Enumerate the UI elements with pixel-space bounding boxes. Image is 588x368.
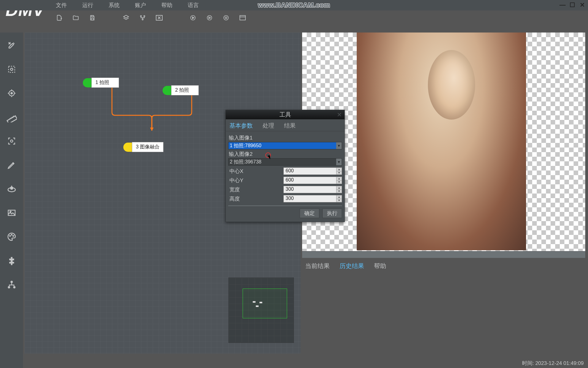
input-image2-combo[interactable]: 2 拍照:396738 ▼ (228, 158, 342, 166)
new-file-icon[interactable] (55, 14, 63, 22)
dialog-tabs: 基本参数 处理 结果 (226, 119, 344, 131)
spinner-buttons[interactable]: ▲▼ (336, 186, 342, 193)
open-folder-icon[interactable] (72, 14, 80, 22)
spin-value: 300 (286, 186, 294, 192)
width-input[interactable]: 300 ▲▼ (283, 186, 342, 193)
minimap-node-icon (256, 305, 259, 307)
exec-button[interactable]: 执行 (322, 209, 342, 218)
menu-file[interactable]: 文件 (56, 2, 67, 9)
tab-process[interactable]: 处理 (263, 122, 274, 130)
spinner-buttons[interactable]: ▲▼ (336, 195, 342, 202)
dialog-title: 工具 (279, 111, 291, 119)
svg-point-18 (10, 187, 13, 189)
node-capture-1[interactable]: 1 拍照 (83, 78, 119, 88)
menu-account[interactable]: 账户 (135, 2, 146, 9)
spinner-buttons[interactable]: ▲▼ (336, 168, 342, 174)
locate-icon[interactable] (6, 183, 17, 194)
tab-help[interactable]: 帮助 (374, 262, 386, 270)
center-y-label: 中心Y (228, 177, 283, 184)
svg-point-20 (10, 211, 11, 212)
window-close-button[interactable]: ✕ (579, 1, 586, 9)
dialog-body: 输入图像1 1 拍照:789650 ▼ 输入图像2 2 拍照:396738 ▼ … (226, 131, 344, 206)
node-port-icon (123, 143, 133, 152)
svg-point-25 (8, 286, 10, 289)
save-icon[interactable] (88, 14, 96, 22)
target-icon[interactable] (6, 88, 17, 99)
node-label: 3 图像融合 (132, 142, 163, 152)
recorder-watermark: www.BANDICAM.com (258, 1, 330, 9)
minimap-viewport[interactable] (243, 289, 287, 318)
spinner-buttons[interactable]: ▲▼ (336, 177, 342, 184)
center-x-input[interactable]: 600 ▲▼ (283, 167, 342, 175)
horizontal-scrollbar[interactable] (302, 251, 585, 258)
ok-button[interactable]: 确定 (300, 209, 319, 218)
svg-point-23 (13, 236, 14, 236)
crop-icon[interactable] (6, 64, 17, 75)
svg-point-26 (13, 286, 16, 289)
svg-point-24 (10, 281, 13, 283)
minimap-node-icon (259, 302, 262, 303)
palette-icon[interactable] (6, 231, 17, 242)
node-label: 2 拍照 (171, 85, 199, 95)
ruler-icon[interactable] (6, 112, 17, 123)
hierarchy-icon[interactable] (6, 279, 17, 290)
height-label: 高度 (228, 195, 283, 202)
layers-icon[interactable] (122, 14, 130, 22)
play-icon[interactable] (189, 14, 197, 22)
combo-value: 2 拍照:396738 (230, 159, 261, 164)
svg-rect-11 (9, 66, 15, 72)
svg-rect-0 (91, 15, 94, 17)
svg-point-7 (207, 15, 212, 20)
input-image1-combo[interactable]: 1 拍照:789650 ▼ (228, 142, 342, 149)
stop-icon[interactable] (222, 14, 230, 22)
tab-current-result[interactable]: 当前结果 (305, 262, 330, 270)
svg-point-4 (142, 19, 143, 20)
window-icon[interactable] (239, 14, 247, 22)
tab-history-result[interactable]: 历史结果 (340, 262, 364, 270)
plugin-icon[interactable] (6, 255, 17, 266)
window-minimize-button[interactable]: — (559, 1, 566, 9)
menu-help[interactable]: 帮助 (161, 2, 172, 9)
menu-run[interactable]: 运行 (82, 2, 93, 9)
image-icon[interactable] (6, 207, 17, 218)
window-maximize-button[interactable]: ☐ (569, 1, 576, 9)
center-y-input[interactable]: 600 ▲▼ (283, 177, 342, 184)
spin-value: 300 (286, 196, 294, 201)
svg-point-14 (11, 93, 12, 94)
svg-point-16 (10, 140, 13, 142)
node-image-merge[interactable]: 3 图像融合 (123, 142, 163, 152)
spin-value: 600 (286, 177, 294, 182)
tab-result[interactable]: 结果 (284, 122, 296, 130)
results-tab-bar: 当前结果 历史结果 帮助 (302, 260, 386, 272)
spin-value: 600 (286, 168, 294, 173)
chevron-down-icon[interactable]: ▼ (336, 159, 342, 165)
minimap[interactable] (229, 278, 294, 343)
variable-icon[interactable] (155, 14, 163, 22)
width-label: 宽度 (228, 186, 283, 193)
chevron-down-icon[interactable]: ▼ (336, 142, 342, 149)
tab-basic-params[interactable]: 基本参数 (229, 122, 253, 130)
tool-sidebar (0, 33, 23, 368)
dialog-close-button[interactable]: ✕ (337, 111, 342, 118)
svg-rect-1 (91, 18, 94, 20)
input-image2-label: 输入图像2 (229, 151, 341, 158)
focus-icon[interactable] (6, 136, 17, 147)
flow-icon[interactable] (139, 14, 147, 22)
node-label: 1 拍照 (91, 78, 119, 88)
svg-point-2 (140, 15, 142, 17)
center-x-label: 中心X (228, 168, 283, 175)
svg-rect-10 (240, 15, 245, 20)
menu-system[interactable]: 系统 (109, 2, 120, 9)
menu-language[interactable]: 语言 (188, 2, 199, 9)
node-capture-2[interactable]: 2 拍照 (163, 85, 199, 95)
dialog-titlebar[interactable]: 工具 ✕ (226, 110, 344, 119)
height-input[interactable]: 300 ▲▼ (283, 195, 342, 202)
status-bar-time: 时间: 2023-12-24 01:49:09 (522, 360, 584, 367)
play-step-icon[interactable] (206, 14, 213, 22)
tool-dialog: 工具 ✕ 基本参数 处理 结果 输入图像1 1 拍照:789650 ▼ 输入图像… (225, 110, 345, 222)
tools-icon[interactable] (6, 40, 17, 51)
dialog-divider (228, 205, 342, 206)
node-port-icon (163, 86, 172, 95)
pen-icon[interactable] (6, 159, 17, 171)
input-image1-label: 输入图像1 (229, 134, 341, 141)
